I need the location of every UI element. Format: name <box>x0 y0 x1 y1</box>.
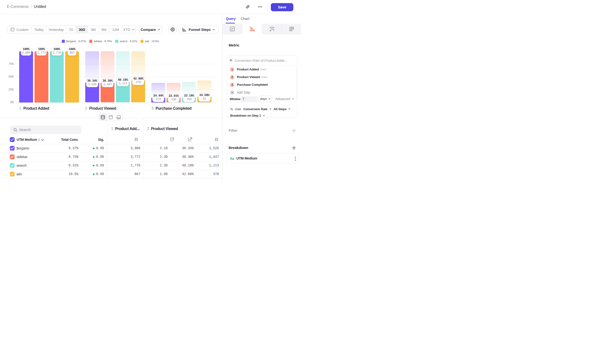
svg-text:3: 3 <box>231 83 233 86</box>
svg-text:2: 2 <box>231 76 233 79</box>
svg-text:1: 1 <box>231 68 233 71</box>
